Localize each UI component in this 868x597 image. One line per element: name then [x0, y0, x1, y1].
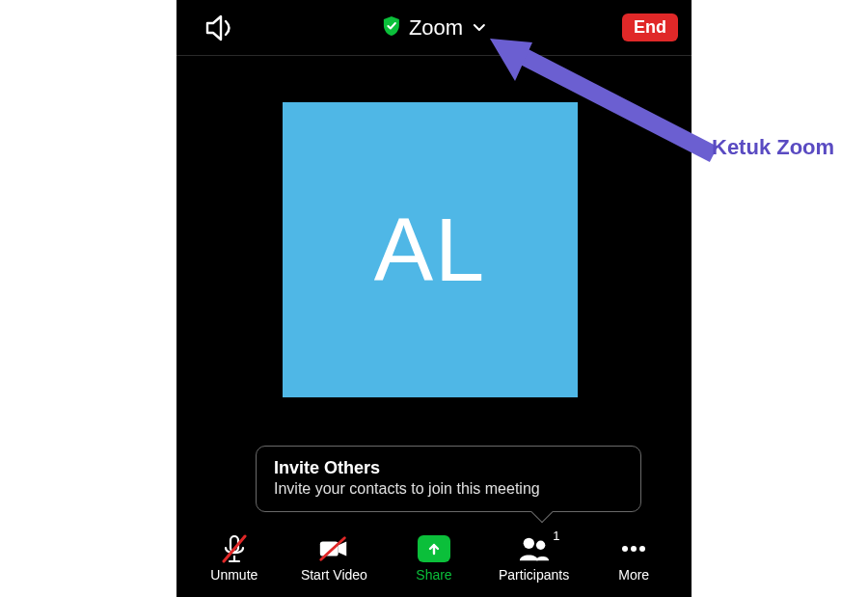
more-label: More — [618, 567, 649, 583]
chevron-down-icon — [473, 19, 486, 37]
speaker-icon[interactable] — [203, 14, 236, 42]
camera-off-icon — [317, 532, 350, 565]
invite-tooltip: Invite Others Invite your contacts to jo… — [256, 446, 641, 512]
top-bar: Zoom End — [176, 0, 692, 56]
svg-point-9 — [631, 546, 637, 552]
share-icon — [418, 532, 450, 565]
start-video-button[interactable]: Start Video — [290, 532, 377, 583]
meeting-title-label: Zoom — [409, 15, 463, 41]
participants-button[interactable]: 1 Participants — [491, 532, 578, 583]
svg-point-6 — [523, 538, 533, 549]
more-button[interactable]: More — [590, 532, 677, 583]
participants-icon: 1 — [518, 532, 551, 565]
participants-count: 1 — [553, 529, 559, 543]
meeting-title-button[interactable]: Zoom — [382, 15, 486, 41]
svg-point-8 — [622, 546, 628, 552]
svg-point-10 — [639, 546, 645, 552]
avatar-initials: AL — [374, 200, 487, 301]
start-video-label: Start Video — [301, 567, 367, 583]
mic-muted-icon — [218, 532, 251, 565]
share-button[interactable]: Share — [391, 532, 477, 583]
meeting-window: Zoom End AL Invite Others Invite your co… — [176, 0, 692, 597]
more-icon — [617, 532, 650, 565]
end-button[interactable]: End — [622, 14, 678, 41]
svg-point-7 — [535, 541, 544, 550]
bottom-toolbar: Unmute Start Video Share — [176, 520, 692, 597]
participant-avatar-tile[interactable]: AL — [283, 102, 578, 397]
participants-label: Participants — [499, 567, 569, 583]
invite-tooltip-body: Invite your contacts to join this meetin… — [274, 480, 623, 498]
unmute-button[interactable]: Unmute — [191, 532, 278, 583]
shield-check-icon — [382, 15, 401, 41]
invite-tooltip-title: Invite Others — [274, 458, 623, 478]
share-label: Share — [416, 567, 451, 583]
unmute-label: Unmute — [210, 567, 258, 583]
annotation-text: Ketuk Zoom — [712, 135, 834, 160]
